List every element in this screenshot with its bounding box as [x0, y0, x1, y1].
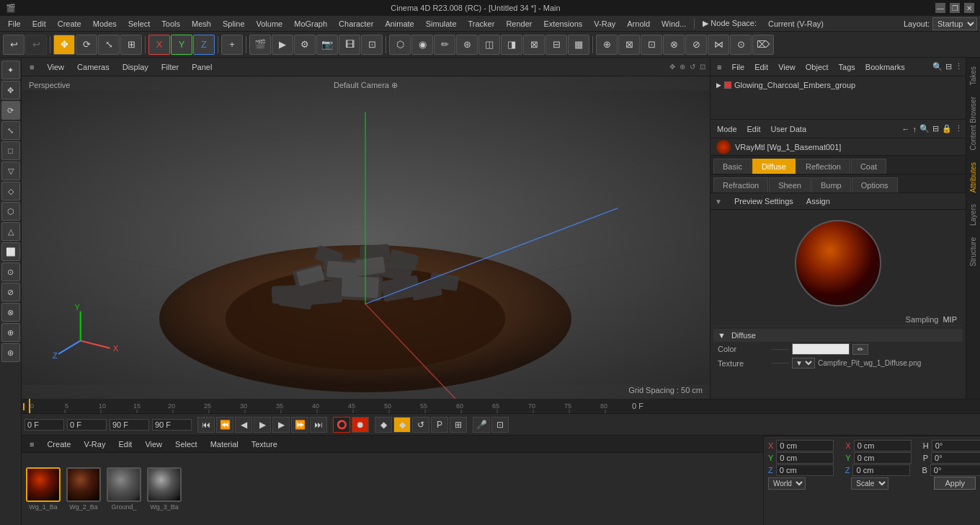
attr-lock-icon[interactable]: 🔒: [942, 124, 952, 133]
color-edit-btn[interactable]: ✏: [852, 344, 868, 355]
view-snap-button[interactable]: ⊛: [456, 35, 478, 55]
move-tool-button[interactable]: ✥: [53, 35, 75, 55]
om-filter-icon[interactable]: ⊟: [945, 62, 952, 71]
ls-extrude[interactable]: ⬡: [1, 202, 20, 221]
scale-tool-button[interactable]: ⤡: [98, 35, 120, 55]
om-search-icon[interactable]: 🔍: [932, 62, 943, 71]
menu-mesh[interactable]: Mesh: [187, 18, 216, 30]
ls-point[interactable]: ◇: [1, 182, 20, 200]
coord-rx-input[interactable]: [854, 440, 912, 451]
add-button[interactable]: +: [221, 35, 243, 55]
attr-edit[interactable]: Edit: [744, 123, 765, 135]
menu-simulate[interactable]: Simulate: [421, 18, 462, 30]
current-frame-input[interactable]: [67, 419, 107, 431]
mat-thumb-ground[interactable]: [107, 467, 141, 502]
me-select[interactable]: Select: [172, 438, 201, 450]
rtab-content-browser[interactable]: Content Browser: [967, 91, 979, 156]
vp-zoom-icon[interactable]: ⊕: [680, 63, 685, 71]
vp-move-icon[interactable]: ✥: [669, 63, 675, 71]
menu-node-space-value[interactable]: Current (V-Ray): [763, 18, 829, 30]
view-material-button[interactable]: ◉: [411, 35, 433, 55]
menu-arnold[interactable]: Arnold: [622, 18, 655, 30]
menu-extensions[interactable]: Extensions: [538, 18, 587, 30]
ls-move[interactable]: ✥: [1, 81, 20, 100]
next-key-btn[interactable]: ⏩: [291, 417, 308, 433]
texture-dropdown[interactable]: ▼: [792, 358, 815, 369]
vp-fullscreen-icon[interactable]: ⊡: [700, 63, 705, 71]
tab-sheen[interactable]: Sheen: [769, 177, 811, 193]
attr-more-icon[interactable]: ⋮: [955, 124, 963, 133]
world-dropdown[interactable]: World: [768, 477, 806, 490]
tb-more6[interactable]: ⋈: [708, 35, 729, 55]
record-btn[interactable]: ⏺: [352, 417, 369, 433]
coord-z-input[interactable]: [776, 464, 834, 476]
tab-basic[interactable]: Basic: [713, 159, 752, 174]
om-file[interactable]: File: [728, 61, 748, 73]
me-menu[interactable]: ≡: [26, 438, 37, 450]
attr-back-icon[interactable]: ←: [902, 125, 910, 133]
om-bookmarks[interactable]: Bookmarks: [862, 61, 909, 73]
object-manager-list[interactable]: ▶ Glowing_Charcoal_Embers_group: [710, 76, 966, 120]
menu-wind[interactable]: Wind...: [656, 18, 691, 30]
rtab-layers[interactable]: Layers: [967, 198, 979, 231]
coord-y-input[interactable]: [776, 452, 834, 464]
ls-loop[interactable]: ⬜: [1, 242, 20, 261]
prev-key-btn[interactable]: ⏪: [216, 417, 233, 433]
axis-z-button[interactable]: Z: [193, 35, 215, 55]
next-frame-btn[interactable]: ▶: [272, 417, 290, 433]
render-frame-button[interactable]: 📷: [316, 35, 338, 55]
ls-rotate[interactable]: ⟳: [1, 101, 20, 120]
ls-scale[interactable]: ⤡: [1, 121, 20, 140]
mat-thumb-wg2[interactable]: [66, 467, 101, 502]
rtab-takes[interactable]: Takes: [967, 61, 979, 91]
attr-up-icon[interactable]: ↑: [913, 125, 917, 133]
tb-more8[interactable]: ⌦: [752, 35, 774, 55]
material-item-wg3[interactable]: Wg_3_Ba: [147, 467, 182, 511]
menu-tracker[interactable]: Tracker: [463, 18, 500, 30]
motion-btn2[interactable]: ⊡: [491, 417, 509, 433]
menu-vray[interactable]: V-Ray: [589, 18, 620, 30]
render-button[interactable]: ▶: [272, 35, 293, 55]
material-item-wg2[interactable]: Wg_2_Ba: [66, 467, 101, 511]
om-objects[interactable]: Object: [802, 61, 832, 73]
material-item-wg1[interactable]: Wg_1_Ba: [26, 467, 61, 511]
vp-menu[interactable]: ≡: [26, 61, 37, 73]
object-item-group[interactable]: ▶ Glowing_Charcoal_Embers_group: [713, 79, 963, 91]
om-view[interactable]: View: [775, 61, 799, 73]
axis-y-button[interactable]: Y: [171, 35, 192, 55]
om-tags[interactable]: Tags: [835, 61, 859, 73]
rtab-structure[interactable]: Structure: [967, 231, 979, 273]
prev-frame-btn[interactable]: ◀: [235, 417, 252, 433]
attr-user-data[interactable]: User Data: [767, 123, 811, 135]
rotate-tool-button[interactable]: ⟳: [76, 35, 97, 55]
tb-more4[interactable]: ⊗: [663, 35, 685, 55]
material-item-ground[interactable]: Ground_: [107, 467, 141, 511]
ls-bridge[interactable]: ⊘: [1, 283, 20, 301]
view-mode-button[interactable]: ⬡: [389, 35, 411, 55]
minimize-button[interactable]: —: [935, 3, 945, 13]
keyframe-btn5[interactable]: ⊞: [450, 417, 467, 433]
me-edit[interactable]: Edit: [115, 438, 135, 450]
end-frame-input2[interactable]: [152, 419, 192, 431]
axis-x-button[interactable]: X: [148, 35, 170, 55]
diffuse-collapse-icon[interactable]: ▼: [718, 331, 726, 340]
ls-knife[interactable]: ⊙: [1, 262, 20, 281]
vp-rotate-icon[interactable]: ↺: [690, 63, 695, 71]
coord-p-input[interactable]: [931, 452, 980, 464]
tab-refraction[interactable]: Refraction: [713, 177, 768, 193]
view-phong-button[interactable]: ◨: [501, 35, 522, 55]
attr-search-icon[interactable]: 🔍: [919, 124, 930, 133]
tb-more7[interactable]: ⊙: [730, 35, 752, 55]
menu-character[interactable]: Character: [334, 18, 378, 30]
coord-b-input[interactable]: [930, 464, 980, 476]
assign-btn[interactable]: Assign: [803, 195, 834, 207]
me-vray[interactable]: V-Ray: [80, 438, 109, 450]
render-options-button[interactable]: ⚙: [294, 35, 316, 55]
ls-more[interactable]: ⊛: [1, 343, 20, 362]
goto-start-btn[interactable]: ⏮: [197, 417, 215, 433]
ls-poly[interactable]: □: [1, 141, 20, 160]
ls-bevel[interactable]: △: [1, 222, 20, 241]
menu-tools[interactable]: Tools: [156, 18, 185, 30]
menu-edit[interactable]: Edit: [27, 18, 51, 30]
goto-end-btn[interactable]: ⏭: [310, 417, 327, 433]
